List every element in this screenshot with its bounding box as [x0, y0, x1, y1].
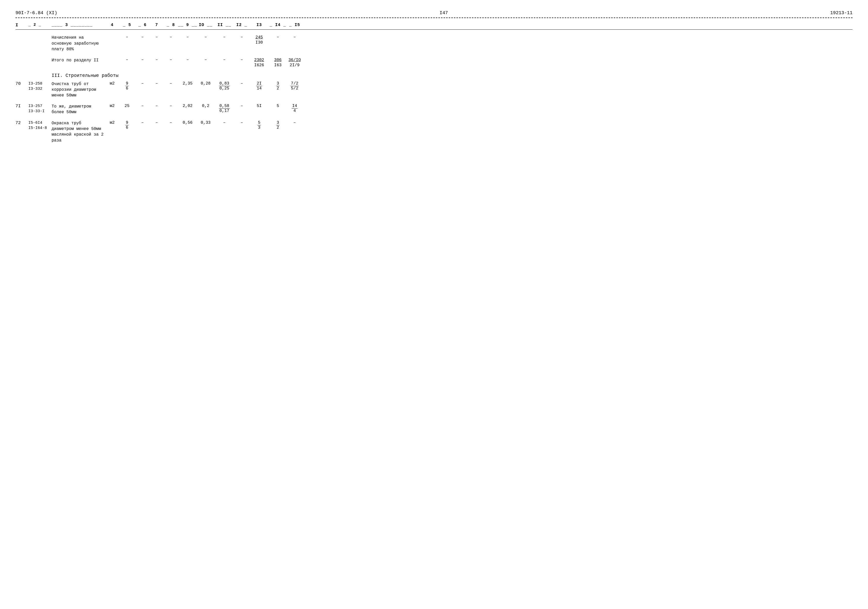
row-70-c8: – — [164, 81, 178, 86]
row-72-c7: – — [150, 121, 164, 125]
col-header-10: IO __ — [197, 23, 214, 27]
row-70-c5-num: 9 — [126, 81, 129, 86]
row-71-c11: 0,58 0,17 — [214, 104, 235, 113]
row-72-c5-den: 6 — [126, 125, 129, 130]
row-70-c15-num: 7/2 — [290, 81, 299, 86]
row-itogo: Итого по разделу II – – – – – – – – 2302… — [16, 57, 852, 68]
nacisleniya-c13: 245 I30 — [249, 35, 270, 45]
row-70: 70 I3-258I3-332 Очистка труб от коррозии… — [16, 81, 852, 99]
col-header-7: 7 — [150, 23, 164, 27]
row-70-c5: 9 6 — [119, 81, 135, 91]
col-header-3: ____ 3 ________ — [51, 22, 106, 28]
row-nacisleniya: Начисления на основную заработную плату … — [16, 35, 852, 52]
row-71-c6: – — [135, 104, 150, 108]
nacisleniya-c10: – — [197, 35, 214, 39]
row-72-c6: – — [135, 121, 150, 125]
row-71-unit: м2 — [106, 104, 119, 108]
row-70-c10: 0,28 — [197, 81, 214, 86]
row-70-c15-den: 5/2 — [290, 86, 299, 91]
row-71-c7: – — [150, 104, 164, 108]
itogo-c13-line2: I626 — [254, 63, 264, 68]
col-header-8: _ 8 — [164, 23, 178, 27]
row-70-c14-den: 2 — [276, 86, 280, 91]
row-72-c14-num: 3 — [276, 121, 280, 125]
row-70-c11-num: 0,83 — [219, 81, 230, 86]
itogo-c13: 2302 I626 — [249, 57, 270, 68]
header-center: I47 — [440, 10, 448, 15]
itogo-c12: – — [235, 57, 249, 62]
row-71-desc: То же, диаметром более 50мм — [51, 104, 106, 115]
row-72-c13-num: 5 — [257, 121, 261, 125]
row-70-c14: 3 2 — [270, 81, 286, 91]
itogo-c14-line2: I63 — [274, 63, 282, 68]
row-71-c15-num: I4 — [291, 104, 298, 108]
col-header-11: II __ — [214, 23, 235, 27]
nacisleniya-c9: – — [178, 35, 197, 39]
col-header-1: I — [16, 23, 28, 28]
section-iii-header: III. Строительные работы — [51, 73, 852, 78]
itogo-c9: – — [178, 57, 197, 62]
row-70-number: 70 — [16, 81, 28, 86]
nacisleniya-description: Начисления на основную заработную плату … — [51, 35, 106, 52]
row-71-c10: 0,2 — [197, 104, 214, 108]
row-70-c6: – — [135, 81, 150, 86]
row-71: 7I I3-257I3-33-I То же, диаметром более … — [16, 104, 852, 115]
row-71-c11-den: 0,17 — [219, 108, 230, 113]
row-71-c5: 25 — [119, 104, 135, 108]
itogo-c11: – — [214, 57, 235, 62]
row-71-c9: 2,02 — [178, 104, 197, 108]
itogo-c15-line2: 2I/9 — [290, 63, 299, 68]
itogo-c8: – — [164, 57, 178, 62]
col-header-6: _ 6 — [135, 23, 150, 27]
row-70-c11: 0,83 0,25 — [214, 81, 235, 91]
itogo-c15-line1: 36/IO — [288, 57, 301, 63]
row-72-c11: – — [214, 121, 235, 125]
row-72-c5: 9 6 — [119, 121, 135, 130]
nacisleniya-c13-bot: I30 — [256, 40, 263, 45]
nacisleniya-c12: – — [235, 35, 249, 39]
row-70-c14-num: 3 — [276, 81, 280, 86]
header-divider — [16, 17, 852, 18]
col-header-13: I3 — [249, 23, 270, 27]
row-70-c13: 2I 14 — [249, 81, 270, 91]
row-72-number: 72 — [16, 121, 28, 125]
row-70-unit: м2 — [106, 81, 119, 86]
nacisleniya-c7: – — [150, 35, 164, 39]
itogo-c14: 306 I63 — [270, 57, 286, 68]
row-72: 72 I5-6I4I5-I64-8 Окраска труб диаметром… — [16, 121, 852, 144]
col-header-15: _ I5 — [286, 23, 303, 27]
header-left: 90I-7-6.84 (XI) — [16, 10, 57, 15]
itogo-c5: – — [119, 57, 135, 62]
page-header: 90I-7-6.84 (XI) I47 19213-11 — [16, 10, 852, 15]
header-right: 19213-11 — [830, 10, 852, 15]
itogo-c10: – — [197, 57, 214, 62]
row-72-c12: – — [235, 121, 249, 125]
nacisleniya-c6: – — [135, 35, 150, 39]
row-72-c10: 0,33 — [197, 121, 214, 125]
row-70-c12: – — [235, 81, 249, 86]
col-header-12: I2 _ — [235, 23, 249, 27]
row-70-c13-den: 14 — [256, 86, 262, 91]
row-71-c15-den: 4 — [293, 108, 296, 113]
row-71-c14: 5 — [270, 104, 286, 108]
itogo-c7: – — [150, 57, 164, 62]
row-72-c13: 5 3 — [249, 121, 270, 130]
nacisleniya-c14: – — [270, 35, 286, 39]
nacisleniya-c5: – — [119, 35, 135, 39]
row-71-c11-num: 0,58 — [219, 104, 230, 108]
column-headers-row: I _ 2 _ ____ 3 ________ 4 _ 5 _ 6 7 _ 8 … — [16, 21, 852, 29]
row-72-c14: 3 2 — [270, 121, 286, 130]
row-71-c8: – — [164, 104, 178, 108]
nacisleniya-c13-top: 245 — [256, 35, 263, 40]
row-70-c7: – — [150, 81, 164, 86]
row-70-desc: Очистка труб от коррозии диаметром менее… — [51, 81, 106, 99]
row-70-c5-den: 6 — [126, 86, 129, 91]
itogo-c15: 36/IO 2I/9 — [286, 57, 303, 68]
row-70-c9: 2,35 — [178, 81, 197, 86]
nacisleniya-c11: – — [214, 35, 235, 39]
row-72-c14-den: 2 — [276, 125, 280, 130]
itogo-c14-line1: 306 — [274, 57, 282, 63]
row-71-number: 7I — [16, 104, 28, 108]
row-70-c11-den: 0,25 — [219, 86, 230, 91]
row-70-code: I3-258I3-332 — [28, 81, 51, 92]
